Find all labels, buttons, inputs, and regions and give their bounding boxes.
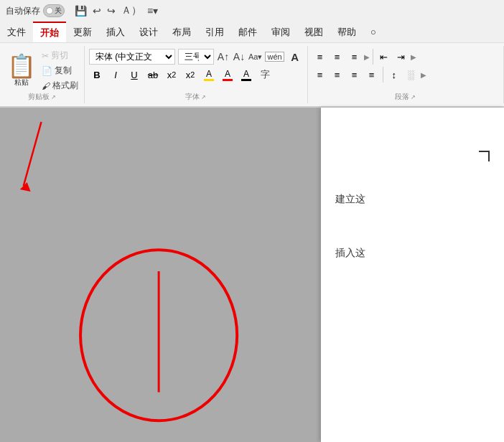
doc-line2: 插入这 [335, 240, 490, 265]
autosave-section: 自动保存 关 [6, 4, 65, 17]
numbered-list-button[interactable]: ≡ [330, 49, 345, 65]
doc-line1: 建立这 [335, 187, 490, 212]
clear-format-button[interactable]: A [287, 49, 303, 65]
menu-item-reference[interactable]: 引用 [198, 22, 231, 42]
font-row1: 宋体 (中文正文 三号 A↑ A↓ Aa▾ wén A [89, 49, 303, 65]
format-painter-icon: 🖌 [42, 81, 50, 91]
menu-item-mail[interactable]: 邮件 [231, 22, 264, 42]
italic-button[interactable]: I [108, 67, 123, 83]
paragraph-group: ≡ ≡ ≡ ▶ ⇤ ⇥ ▶ ≡ ≡ ≡ ≡ ↕ ░ ▶ 段落 ↗ [308, 46, 504, 103]
decrease-indent-button[interactable]: ⇤ [376, 49, 392, 65]
align-center-button[interactable]: ≡ [330, 67, 345, 83]
align-justify-button[interactable]: ≡ [364, 67, 380, 83]
menu-item-file[interactable]: 文件 [0, 22, 33, 42]
clipboard-right: ✂ 剪切 📄 复制 🖌 格式刷 [40, 49, 80, 93]
multilevel-list-button[interactable]: ≡ [347, 49, 363, 65]
copy-label: 复制 [55, 65, 72, 77]
svg-point-2 [80, 250, 237, 420]
title-bar-icons: 💾 ↩ ↪ Ａ） ≡▾ [75, 4, 158, 17]
font-family-select[interactable]: 宋体 (中文正文 [89, 49, 175, 65]
subscript-button[interactable]: x2 [164, 67, 179, 83]
paragraph-expand-icon[interactable]: ↗ [411, 94, 416, 100]
cut-button[interactable]: ✂ 剪切 [40, 49, 80, 62]
svg-line-0 [24, 122, 42, 186]
separator1 [373, 49, 373, 65]
bold-button[interactable]: B [89, 67, 105, 83]
format-painter-button[interactable]: 🖌 格式刷 [40, 79, 80, 93]
toggle-dot [46, 7, 53, 14]
document-page: 建立这 插入这 [321, 108, 504, 442]
font-size-decrease-button[interactable]: A↓ [233, 50, 246, 63]
shading-button[interactable]: ░ [403, 67, 419, 83]
menu-item-layout[interactable]: 布局 [165, 22, 198, 42]
menu-item-design[interactable]: 设计 [132, 22, 165, 42]
menu-item-update[interactable]: 更新 [66, 22, 99, 42]
font-color-icon: A [225, 69, 230, 79]
font-label-text: 字体 [185, 92, 200, 102]
highlight-icon: A [206, 69, 212, 79]
paste-button[interactable]: 📋 粘贴 [4, 53, 39, 89]
paste-label: 粘贴 [14, 77, 29, 88]
clipboard-expand-icon[interactable]: ↗ [51, 94, 56, 100]
autosave-toggle[interactable]: 关 [43, 4, 65, 17]
superscript-button[interactable]: x2 [182, 67, 198, 83]
font-size-increase-button[interactable]: A↑ [217, 50, 230, 63]
doc-text-container: 建立这 插入这 [335, 187, 490, 265]
cut-icon: ✂ [42, 51, 49, 61]
menu-item-help[interactable]: 帮助 [330, 22, 363, 42]
align-right-button[interactable]: ≡ [347, 67, 363, 83]
font-group-label: 字体 ↗ [85, 92, 307, 102]
increase-indent-button[interactable]: ⇥ [393, 49, 409, 65]
line-spacing-button[interactable]: ↕ [386, 67, 402, 83]
para-row1: ≡ ≡ ≡ ▶ ⇤ ⇥ ▶ [312, 49, 416, 65]
clipboard-content: 📋 粘贴 ✂ 剪切 📄 复制 🖌 格式刷 [4, 49, 80, 93]
menu-item-review[interactable]: 审阅 [264, 22, 297, 42]
document-container: 建立这 插入这 [0, 108, 504, 442]
menu-customize-icon[interactable]: ≡▾ [147, 5, 158, 17]
change-case-button[interactable]: Aa▾ [248, 52, 262, 62]
border-more-button[interactable]: ▶ [421, 71, 426, 79]
autosave-label: 自动保存 [6, 5, 40, 17]
list-more-button[interactable]: ▶ [364, 53, 370, 61]
undo-icon[interactable]: ↩ [93, 5, 101, 17]
separator2 [383, 67, 383, 83]
speak-icon[interactable]: Ａ） [121, 4, 141, 17]
highlight-color-button[interactable]: A [201, 67, 217, 83]
title-bar: 自动保存 关 💾 ↩ ↪ Ａ） ≡▾ [0, 0, 504, 22]
cut-label: 剪切 [51, 50, 68, 62]
underline-button[interactable]: U [126, 67, 142, 83]
copy-icon: 📄 [42, 66, 52, 76]
strikethrough-button[interactable]: ab [145, 67, 161, 83]
font-color-button[interactable]: A [220, 67, 235, 83]
menu-item-home[interactable]: 开始 [33, 22, 66, 42]
save-icon[interactable]: 💾 [75, 5, 87, 17]
font-size-select[interactable]: 三号 [178, 49, 214, 65]
font-expand-icon[interactable]: ↗ [201, 94, 206, 100]
doc-spacer [335, 212, 490, 240]
clipboard-label-text: 剪贴板 [28, 92, 50, 102]
menu-item-view[interactable]: 视图 [297, 22, 330, 42]
menu-bar: 文件 开始 更新 插入 设计 布局 引用 邮件 审阅 视图 帮助 ○ [0, 22, 504, 43]
paste-icon: 📋 [7, 55, 36, 77]
page-corner [479, 151, 490, 161]
ribbon: 📋 粘贴 ✂ 剪切 📄 复制 🖌 格式刷 剪贴板 ↗ [0, 43, 504, 108]
align-left-button[interactable]: ≡ [312, 67, 328, 83]
pinyin-button[interactable]: wén [265, 52, 284, 62]
menu-item-insert[interactable]: 插入 [99, 22, 132, 42]
indent-more-button[interactable]: ▶ [411, 53, 416, 61]
font-color-black-button[interactable]: A [238, 67, 254, 83]
menu-item-more[interactable]: ○ [363, 22, 383, 42]
svg-marker-1 [20, 182, 31, 192]
redo-icon[interactable]: ↪ [107, 5, 116, 17]
paragraph-group-label: 段落 ↗ [308, 92, 503, 102]
paragraph-label-text: 段落 [395, 92, 409, 102]
char-button[interactable]: 字 [257, 67, 273, 83]
clipboard-group-label: 剪贴板 ↗ [0, 92, 84, 102]
content-area: 建立这 插入这 [0, 108, 504, 442]
font-a-icon: A [243, 69, 249, 79]
copy-button[interactable]: 📄 复制 [40, 64, 80, 77]
bullet-list-button[interactable]: ≡ [312, 49, 328, 65]
font-color-bar [223, 79, 233, 81]
para-row2: ≡ ≡ ≡ ≡ ↕ ░ ▶ [312, 67, 426, 83]
font-row2: B I U ab x2 x2 A A A 字 [89, 67, 273, 83]
